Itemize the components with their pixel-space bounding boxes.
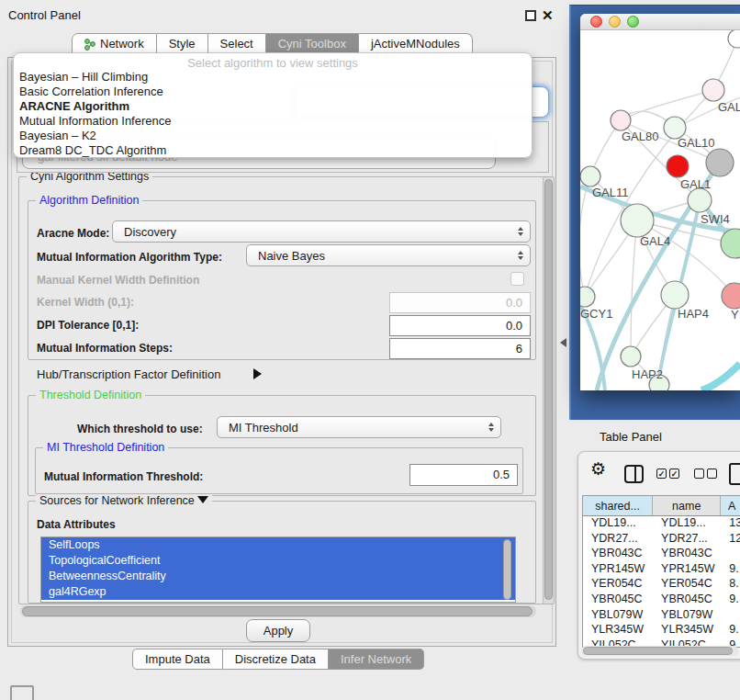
attribute-item-topologicalcoefficient[interactable]: TopologicalCoefficient	[41, 553, 515, 569]
table-cell: 9.	[721, 623, 740, 638]
zoom-window-icon[interactable]	[627, 16, 639, 28]
network-edge[interactable]	[701, 364, 740, 390]
sources-collapse-arrow-icon[interactable]	[197, 496, 208, 503]
table-row[interactable]: YLR345WYLR345W9.	[583, 623, 740, 638]
checked-checkbox-icon[interactable]: ✓	[669, 469, 679, 479]
dropdown-item-bayesian-hill-climbing[interactable]: Bayesian – Hill Climbing	[14, 70, 532, 85]
table-horizontal-scrollbar[interactable]	[581, 646, 738, 656]
mi-steps-field[interactable]: 6	[389, 338, 531, 359]
dropdown-item-bayesian-k2[interactable]: Bayesian – K2	[14, 129, 532, 143]
table-cell: YER054C	[583, 577, 653, 593]
column-header-name[interactable]: name	[653, 496, 721, 515]
network-canvas[interactable]: GALGAL80GAL10GAL1GAL11GAL4SWI4GCY1HAP4YH…	[580, 30, 740, 390]
checked-checkbox-icon[interactable]: ✓	[656, 469, 667, 479]
dropdown-item-basic-correlation-inference[interactable]: Basic Correlation Inference	[14, 85, 532, 99]
attribute-item-betweennesscentrality[interactable]: BetweennessCentrality	[41, 569, 515, 584]
combo-stepper-icon	[518, 251, 523, 260]
network-node-gal4[interactable]	[621, 204, 654, 237]
table-panel-titlebar: Table Panel	[569, 424, 740, 448]
tab-cyni-toolbox[interactable]: Cyni Toolbox	[266, 33, 359, 54]
attribute-item-gal4rgexp[interactable]: gal4RGexp	[41, 584, 515, 600]
panel-collapse-arrow-icon[interactable]	[560, 338, 566, 347]
tab-impute-data[interactable]: Impute Data	[132, 649, 223, 670]
network-node-gal11[interactable]	[580, 166, 600, 186]
corner-grip[interactable]	[10, 685, 34, 700]
mi-threshold-field[interactable]: 0.5	[409, 464, 518, 486]
tab-label: Cyni Toolbox	[278, 37, 346, 51]
table-cell: YBR045C	[583, 593, 653, 608]
unchecked-checkbox-icon[interactable]	[707, 469, 717, 479]
tab-infer-network[interactable]: Infer Network	[329, 649, 424, 670]
kernel-width-field[interactable]: 0.0	[389, 292, 531, 313]
gear-icon[interactable]: ⚙	[590, 460, 606, 478]
which-threshold-combo[interactable]: MI Threshold	[217, 416, 501, 438]
network-node-gal1[interactable]	[688, 188, 712, 212]
unchecked-checkbox-icon[interactable]	[694, 469, 704, 479]
table-cell: 9.	[721, 593, 740, 608]
aracne-mode-value: Discovery	[124, 225, 176, 239]
table-row[interactable]: YBR043CYBR043C	[583, 547, 740, 562]
table-cell: YLR345W	[583, 623, 653, 638]
table-cell: YDR27...	[653, 532, 721, 548]
mi-threshold-group-title: MI Threshold Definition	[43, 441, 168, 454]
settings-horizontal-scrollbar[interactable]	[20, 605, 536, 617]
network-node-hap4[interactable]	[661, 281, 689, 309]
apply-button[interactable]: Apply	[246, 619, 310, 642]
float-panel-icon[interactable]	[525, 10, 536, 21]
network-node-gal80[interactable]	[611, 110, 631, 130]
network-node-hap2[interactable]	[621, 346, 641, 367]
settings-vertical-scrollbar[interactable]	[543, 177, 554, 604]
dropdown-item-list: Bayesian – Hill ClimbingBasic Correlatio…	[14, 70, 532, 158]
table-cell	[721, 608, 740, 624]
table-row[interactable]: YDR27...YDR27...12	[583, 532, 740, 548]
tab-label: Discretize Data	[235, 652, 316, 666]
node-label-gal11: GAL11	[592, 186, 629, 199]
table-row[interactable]: YER054CYER054C8.	[583, 577, 740, 593]
table-cell: YBR043C	[583, 547, 653, 562]
close-window-icon[interactable]	[590, 16, 602, 28]
data-attributes-list: SelfLoopsTopologicalCoefficientBetweenne…	[40, 536, 516, 603]
show-columns-icon[interactable]	[624, 465, 644, 483]
network-node[interactable]	[667, 155, 689, 177]
hub-expand-arrow-icon[interactable]	[253, 368, 262, 379]
combo-stepper-icon	[518, 227, 523, 236]
export-table-icon[interactable]	[729, 463, 740, 485]
close-panel-icon[interactable]: ✕	[542, 7, 554, 24]
tab-style[interactable]: Style	[157, 33, 208, 54]
table-cell: YPR145W	[583, 562, 653, 578]
network-node[interactable]	[706, 149, 734, 176]
dropdown-item-mutual-information-inference[interactable]: Mutual Information Inference	[14, 114, 532, 129]
table-row[interactable]: YBL079WYBL079W	[583, 608, 740, 624]
network-node[interactable]	[728, 30, 740, 48]
minimize-window-icon[interactable]	[609, 16, 621, 28]
network-edge[interactable]	[631, 220, 637, 356]
node-label-swi4: SWI4	[701, 212, 730, 226]
network-edge[interactable]	[580, 176, 590, 297]
table-cell: YIL052C	[653, 638, 721, 646]
mi-type-combo[interactable]: Naive Bayes	[246, 244, 531, 266]
attributes-scrollbar[interactable]	[503, 539, 511, 600]
tab-discretize-data[interactable]: Discretize Data	[223, 649, 329, 670]
network-window-titlebar[interactable]	[580, 14, 740, 30]
table-row[interactable]: YBR045CYBR045C9.	[583, 593, 740, 608]
manual-kernel-checkbox[interactable]	[510, 272, 524, 286]
tab-label: Network	[100, 37, 144, 51]
network-node-gcy1[interactable]	[580, 287, 595, 307]
table-row[interactable]: YIL052CYIL052C9.	[583, 638, 740, 646]
column-header-shared[interactable]: shared...	[583, 496, 653, 515]
network-node-gal[interactable]	[702, 79, 724, 101]
network-node-y[interactable]	[722, 283, 740, 309]
tab-jactivemnodules[interactable]: jActiveMNodules	[359, 33, 473, 54]
table-row[interactable]: YDL19...YDL19...13	[583, 516, 740, 532]
table-cell: YBL079W	[653, 608, 721, 624]
aracne-mode-combo[interactable]: Discovery	[112, 220, 531, 243]
dropdown-item-dream8-dc-tdc-algorithm[interactable]: Dream8 DC_TDC Algorithm	[14, 143, 532, 158]
dpi-tolerance-field[interactable]: 0.0	[389, 315, 531, 336]
table-cell: 8.	[721, 577, 740, 593]
column-header-a[interactable]: A	[721, 496, 740, 515]
tab-network[interactable]: Network	[72, 33, 157, 54]
dropdown-item-aracne-algorithm[interactable]: ARACNE Algorithm	[14, 99, 532, 114]
tab-select[interactable]: Select	[208, 33, 266, 54]
table-row[interactable]: YPR145WYPR145W9.	[583, 562, 740, 578]
attribute-item-selfloops[interactable]: SelfLoops	[41, 537, 515, 553]
